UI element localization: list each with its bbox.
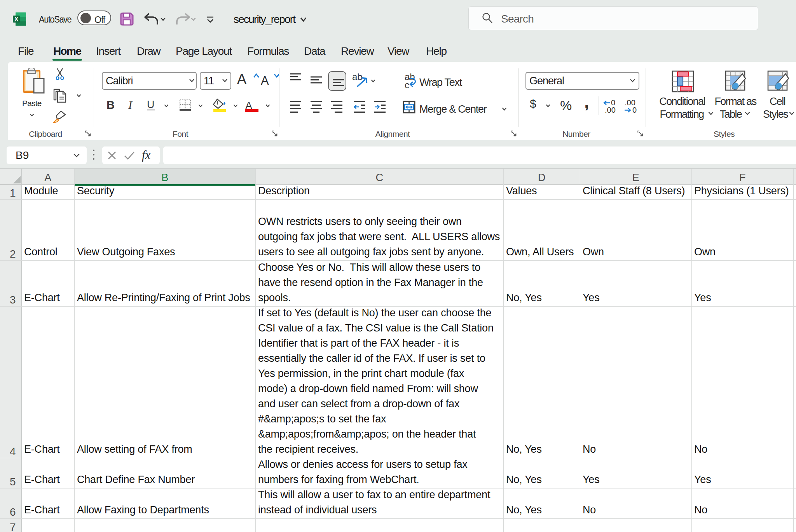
svg-text:X: X: [14, 16, 19, 23]
